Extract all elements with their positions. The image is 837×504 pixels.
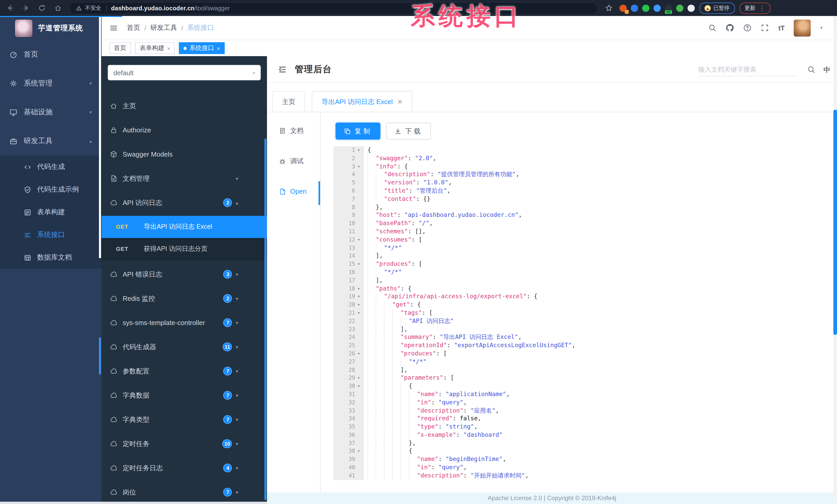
doc-side-tab[interactable]: 调试 <box>267 146 320 176</box>
browser-forward-icon[interactable] <box>22 4 30 12</box>
swagger-menu-item[interactable]: Authorize <box>102 118 267 142</box>
api-operation-item[interactable]: GET导出API 访问日志 Excel <box>102 216 267 238</box>
sidebar-scroll-thumb[interactable] <box>99 337 101 374</box>
sidebar-subitem[interactable]: 系统接口 <box>0 224 102 246</box>
swagger-menu-item[interactable]: API 访问日志2▴ <box>102 191 267 215</box>
swagger-menu-item[interactable]: 字典数据7▾ <box>102 383 267 407</box>
fold-caret-icon[interactable]: ▾ <box>356 350 361 358</box>
fold-caret-icon[interactable]: ▾ <box>356 284 361 293</box>
json-code-editor[interactable]: 1▾{2 "swagger": "2.0",3▾"info": {4 "desc… <box>334 146 830 480</box>
swagger-menu-label: 参数配置 <box>123 367 224 376</box>
sidebar-item[interactable]: 系统管理▾ <box>0 69 102 98</box>
doc-tab[interactable]: 主页 <box>272 91 305 112</box>
ext-alien-icon[interactable] <box>676 4 683 12</box>
indent-guide <box>368 325 376 334</box>
menu-fold-icon[interactable] <box>278 64 287 74</box>
browser-home-icon[interactable] <box>54 4 62 12</box>
security-label[interactable]: 不安全 <box>85 4 101 12</box>
tag-tab[interactable]: 系统接口× <box>179 42 225 54</box>
swagger-menu-item[interactable]: 定时任务10▾ <box>102 432 267 456</box>
fold-caret-icon[interactable]: ▾ <box>356 309 361 317</box>
ext-ghost-icon[interactable] <box>688 4 695 12</box>
doc-search-input[interactable]: 输入文档关键字搜索 <box>698 63 797 76</box>
user-avatar[interactable] <box>794 19 811 36</box>
copy-button[interactable]: 复制 <box>336 123 380 139</box>
doc-tab[interactable]: 导出API 访问日志 Excel✕ <box>312 91 412 112</box>
sidebar-subitem[interactable]: 代码生成示例 <box>0 178 102 201</box>
ext-orange-icon[interactable]: 1 <box>620 4 627 12</box>
doc-side-tab[interactable]: 文档 <box>267 115 320 146</box>
indent-guide <box>409 398 417 407</box>
fold-caret-icon[interactable]: ▾ <box>356 301 361 309</box>
swagger-menu-item[interactable]: Redis 监控2▾ <box>102 286 267 311</box>
swagger-menu-item[interactable]: 字典类型7▾ <box>102 407 267 432</box>
tag-close-icon[interactable]: × <box>167 45 170 51</box>
doc-side-tab[interactable]: Open <box>267 176 320 207</box>
sidebar-subitem[interactable]: 表单构建 <box>0 201 102 224</box>
sidebar-item[interactable]: 基础设施▾ <box>0 98 102 127</box>
sidebar-subitem[interactable]: 数据库文档 <box>0 246 102 269</box>
sidebar-bottom-scrollbar[interactable] <box>0 501 267 504</box>
breadcrumb-item[interactable]: 首页 <box>127 23 140 33</box>
tag-tab[interactable]: 表单构建× <box>135 42 175 54</box>
font-size-icon[interactable]: tT <box>778 24 785 32</box>
app-logo[interactable]: 芋道管理系统 <box>0 16 102 40</box>
fold-caret-icon[interactable]: ▾ <box>356 374 361 382</box>
indent-guide <box>368 447 376 455</box>
bookmark-star-icon[interactable] <box>605 4 613 12</box>
doc-search-icon[interactable] <box>807 66 815 74</box>
address-bar[interactable]: 不安全 dashboard.yudao.iocoder.cn /tool/swa… <box>69 2 598 14</box>
swagger-menu-item[interactable]: 代码生成器11▾ <box>102 335 267 359</box>
ext-pin-icon[interactable] <box>631 4 638 12</box>
browser-menu-icon[interactable]: ⋮ <box>759 5 765 11</box>
fullscreen-icon[interactable] <box>761 24 769 32</box>
sidebar-item[interactable]: 研发工具▴ <box>0 127 102 155</box>
swagger-menu-item[interactable]: 岗位7▾ <box>102 480 267 504</box>
api-operation-item[interactable]: GET获得API 访问日志分页 <box>102 238 267 260</box>
browser-back-icon[interactable] <box>6 4 14 12</box>
code-token: : { <box>527 293 537 301</box>
fold-caret-icon[interactable]: ▾ <box>356 260 361 268</box>
swagger-menu-item[interactable]: API 错误日志3▾ <box>102 262 267 286</box>
line-number: 36 <box>334 431 363 440</box>
fold-caret-icon[interactable]: ▾ <box>356 447 361 455</box>
fold-caret-icon[interactable]: ▾ <box>356 236 361 244</box>
indent-guide <box>376 309 384 317</box>
paused-chip[interactable]: 已暂停 <box>699 2 735 14</box>
sidebar-subitem[interactable]: 代码生成 <box>0 155 102 178</box>
help-icon[interactable] <box>743 24 751 32</box>
doc-tab-close-icon[interactable]: ✕ <box>397 98 403 105</box>
fold-caret-icon[interactable]: ▾ <box>356 293 361 301</box>
github-icon[interactable] <box>726 24 734 32</box>
sidebar-item-label: 系统管理 <box>24 79 89 88</box>
page-scroll-thumb[interactable] <box>833 110 837 335</box>
tag-close-icon[interactable]: × <box>217 45 220 51</box>
language-toggle-icon[interactable]: 中 <box>824 66 830 75</box>
swagger-menu-item[interactable]: Swagger Models <box>102 142 267 166</box>
code-line: 29▾"parameters": [ <box>334 374 830 382</box>
user-menu-caret-icon[interactable]: ▾ <box>820 25 823 31</box>
update-chip[interactable]: 更新 ⋮ <box>739 2 770 14</box>
sidebar-scroll-track[interactable] <box>99 17 101 258</box>
swagger-menu-item[interactable]: sys-sms-template-controller7▾ <box>102 311 267 335</box>
hamburger-icon[interactable] <box>109 23 118 32</box>
search-icon[interactable] <box>708 24 716 32</box>
swagger-menu-item[interactable]: 文档管理▾ <box>102 166 267 191</box>
tag-tab[interactable]: 首页 <box>109 42 131 54</box>
swagger-scroll-thumb[interactable] <box>264 138 266 500</box>
sidebar-item[interactable]: 首页 <box>0 40 102 69</box>
ext-cn-icon[interactable]: cn <box>665 4 672 12</box>
swagger-menu-item[interactable]: 参数配置7▾ <box>102 359 267 383</box>
ext-grid-icon[interactable] <box>654 4 661 12</box>
fold-caret-icon[interactable]: ▾ <box>356 382 361 390</box>
breadcrumb-item[interactable]: 研发工具 <box>150 23 177 33</box>
swagger-menu-item[interactable]: 主页 <box>102 94 267 118</box>
fold-caret-icon[interactable]: ▾ <box>356 163 361 171</box>
download-button[interactable]: 下载 <box>386 123 431 139</box>
indent-guide <box>392 341 400 350</box>
fold-caret-icon[interactable]: ▾ <box>356 146 361 154</box>
group-select[interactable]: default ▾ <box>108 65 261 80</box>
swagger-menu-item[interactable]: 定时任务日志4▾ <box>102 456 267 480</box>
ext-check-icon[interactable] <box>642 4 649 12</box>
browser-reload-icon[interactable] <box>38 4 46 12</box>
